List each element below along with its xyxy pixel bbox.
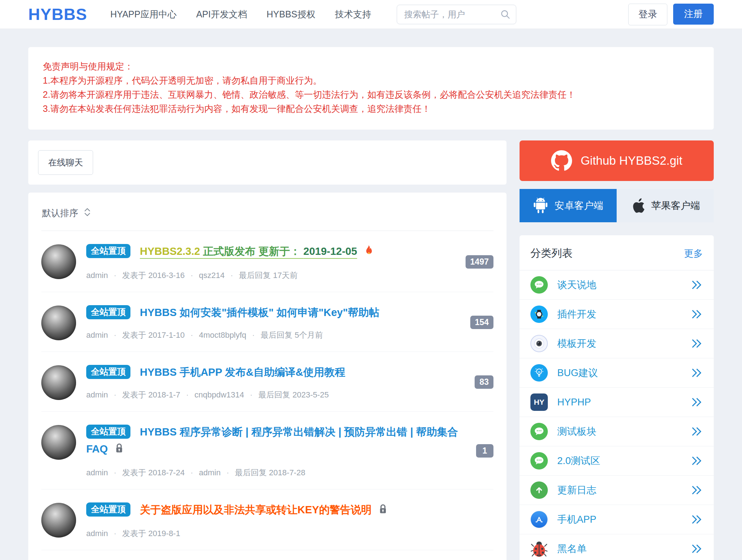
double-chevron-icon[interactable]: [691, 426, 703, 437]
thread-content: 全站置顶 HYBBS 如何安装"插件模板" 如何申请"Key"帮助帖 admin…: [86, 304, 470, 341]
meta-author[interactable]: admin: [86, 468, 108, 477]
meta-author[interactable]: admin: [86, 330, 108, 340]
category-label[interactable]: 2.0测试区: [557, 454, 600, 467]
avatar[interactable]: [41, 503, 76, 538]
thread-meta: admin 发表于 2018-1-7 cnqbpdw1314 最后回复 2023…: [86, 390, 462, 400]
category-label[interactable]: 模板开发: [557, 337, 596, 350]
pin-badge[interactable]: 全站置顶: [86, 305, 130, 319]
nav-item-support[interactable]: 技术支持: [335, 8, 371, 20]
category-more-link[interactable]: 更多: [684, 247, 703, 260]
site-logo[interactable]: HYBBS: [28, 5, 87, 24]
double-chevron-icon[interactable]: [691, 514, 703, 525]
thread-row: 全站置顶 HYBBS 手机APP 发布&自助编译&使用教程 admin 发表于 …: [41, 352, 493, 412]
nav-item-license[interactable]: HYBBS授权: [267, 8, 316, 20]
thread-title[interactable]: HYBBS2.3.2 正式版发布 更新于： 2019-12-05: [140, 245, 357, 257]
double-chevron-icon[interactable]: [691, 280, 703, 290]
right-sidebar: Github HYBBS2.git 安卓客户端: [520, 140, 714, 560]
notice-line: 2.请勿将本开源程序用于违法、互联网暴力、铯情、政治敏感、等一切违法行为，如有违…: [43, 88, 699, 102]
pin-badge[interactable]: 全站置顶: [86, 502, 130, 517]
search-input[interactable]: [397, 5, 516, 24]
disclaimer-notice: 免责声明与使用规定： 1.本程序为开源程序，代码公开透明无加密，请勿私自用于商业…: [28, 47, 714, 130]
hy-logo-icon: HY: [530, 393, 548, 411]
category-label[interactable]: 插件开发: [557, 308, 596, 321]
client-tabs: 安卓客户端 苹果客户端: [520, 189, 714, 222]
category-row[interactable]: HY HYPHP: [520, 388, 714, 417]
double-chevron-icon[interactable]: [691, 544, 703, 554]
double-chevron-icon[interactable]: [691, 456, 703, 466]
meta-last-user[interactable]: qsz214: [185, 271, 225, 280]
arrow-up-icon: [530, 481, 548, 499]
meta-posted: 发表于 2018-7-24: [108, 467, 185, 478]
meta-author[interactable]: admin: [86, 271, 108, 280]
sort-label[interactable]: 默认排序: [42, 207, 78, 219]
tab-android-client[interactable]: 安卓客户端: [520, 189, 617, 222]
double-chevron-icon[interactable]: [691, 309, 703, 319]
thread-meta: admin 发表于 2019-8-1: [86, 528, 481, 539]
double-chevron-icon[interactable]: [691, 368, 703, 378]
notice-line: 1.本程序为开源程序，代码公开透明无加密，请勿私自用于商业行为。: [43, 73, 699, 88]
double-chevron-icon[interactable]: [691, 485, 703, 495]
category-row[interactable]: 测试板块: [520, 417, 714, 446]
category-label[interactable]: 谈天说地: [557, 278, 596, 291]
online-chat-button[interactable]: 在线聊天: [38, 150, 93, 175]
nav-item-hyapp[interactable]: HYAPP应用中心: [111, 8, 177, 20]
thread-title[interactable]: HYBBS 手机APP 发布&自助编译&使用教程: [140, 366, 345, 378]
notice-line: 免责声明与使用规定：: [43, 59, 699, 73]
thread-row: 全站置顶 HYBBS 程序异常诊断 | 程序异常出错解决 | 预防异常出错 | …: [41, 412, 493, 489]
category-label[interactable]: BUG建议: [557, 366, 598, 379]
chat-bubble-icon: [530, 452, 548, 470]
category-row[interactable]: 更新日志: [520, 476, 714, 505]
reply-count-badge: 1: [476, 444, 493, 458]
pin-badge[interactable]: 全站置顶: [86, 365, 130, 379]
reply-count-badge: 83: [475, 375, 493, 389]
github-button[interactable]: Github HYBBS2.git: [520, 140, 714, 181]
avatar[interactable]: [41, 306, 76, 340]
meta-last-user[interactable]: admin: [185, 468, 221, 477]
reply-count-badge: 1497: [466, 255, 493, 269]
pin-badge[interactable]: 全站置顶: [86, 425, 130, 439]
category-row[interactable]: 手机APP: [520, 505, 714, 534]
avatar[interactable]: [41, 244, 76, 279]
category-row[interactable]: 黑名单: [520, 534, 714, 560]
meta-author[interactable]: admin: [86, 390, 108, 400]
camera-lens-icon: [530, 335, 548, 352]
meta-posted: 发表于 2019-8-1: [108, 528, 180, 539]
category-label[interactable]: 黑名单: [557, 542, 587, 555]
thread-title[interactable]: HYBBS 程序异常诊断 | 程序异常出错解决 | 预防异常出错 | 帮助集合 …: [86, 426, 458, 455]
category-row[interactable]: 模板开发: [520, 329, 714, 358]
nav-item-api-docs[interactable]: API开发文档: [196, 8, 247, 20]
meta-posted: 发表于 2018-1-7: [108, 390, 180, 400]
github-icon: [551, 150, 572, 171]
pin-badge[interactable]: 全站置顶: [86, 244, 130, 258]
thread-row: 全站置顶 HYBBS 如何安装"插件模板" 如何申请"Key"帮助帖 admin…: [41, 292, 493, 352]
avatar[interactable]: [41, 425, 76, 460]
meta-last-reply: 最后回复 2023-5-25: [244, 390, 329, 400]
double-chevron-icon[interactable]: [691, 397, 703, 407]
category-row[interactable]: 插件开发: [520, 300, 714, 329]
thread-title[interactable]: 关于盗版应用以及非法共享或转让KEY的警告说明: [140, 504, 372, 515]
category-row[interactable]: 2.0测试区: [520, 446, 714, 476]
thread-title[interactable]: HYBBS 如何安装"插件模板" 如何申请"Key"帮助帖: [140, 307, 379, 318]
search-icon[interactable]: [500, 9, 510, 21]
thread-content: 全站置顶 HYBBS 手机APP 发布&自助编译&使用教程 admin 发表于 …: [86, 364, 475, 400]
avatar[interactable]: [41, 365, 76, 400]
category-label[interactable]: 更新日志: [557, 484, 596, 497]
category-label[interactable]: HYPHP: [557, 397, 591, 408]
register-button[interactable]: 注册: [673, 4, 714, 25]
github-button-label: Github HYBBS2.git: [581, 154, 683, 168]
sort-icon[interactable]: [83, 207, 91, 219]
category-row[interactable]: m BUG建议: [520, 358, 714, 388]
meta-last-reply: 最后回复 17天前: [225, 270, 298, 281]
category-label[interactable]: 测试板块: [557, 425, 596, 438]
chat-bubble-icon: [530, 276, 548, 294]
thread-row: 全站置顶 HYBBS2.3.2 正式版发布 更新于： 2019-12-05 ad…: [41, 231, 493, 292]
meta-last-user[interactable]: cnqbpdw1314: [180, 390, 244, 400]
meta-last-user[interactable]: 4moct8bplyfq: [185, 330, 246, 340]
thread-content: 全站置顶 关于盗版应用以及非法共享或转让KEY的警告说明 a: [86, 501, 493, 539]
category-row[interactable]: 谈天说地: [520, 270, 714, 300]
tab-apple-client[interactable]: 苹果客户端: [617, 189, 714, 222]
login-button[interactable]: 登录: [628, 4, 667, 25]
double-chevron-icon[interactable]: [691, 338, 703, 349]
category-label[interactable]: 手机APP: [557, 513, 596, 526]
meta-author[interactable]: admin: [86, 529, 108, 538]
